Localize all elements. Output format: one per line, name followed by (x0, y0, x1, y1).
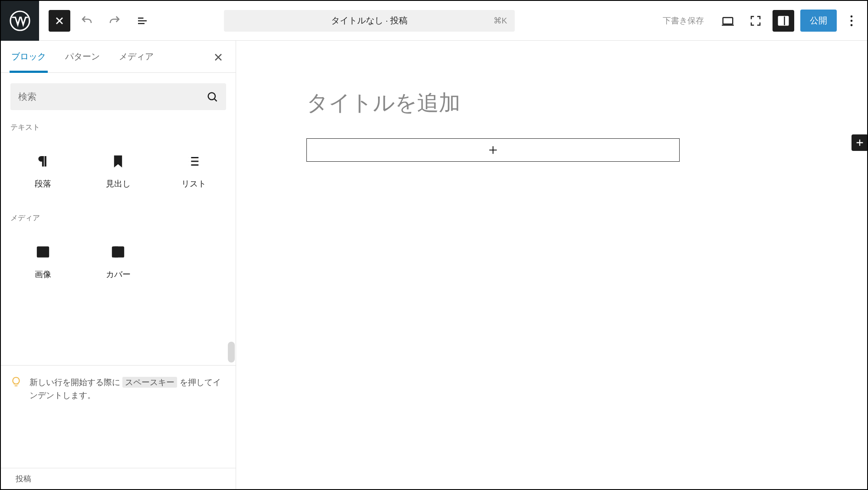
block-heading[interactable]: 見出し (81, 144, 156, 200)
plus-icon (855, 138, 865, 147)
inserter-tabs: ブロック パターン メディア (1, 41, 236, 73)
image-icon (36, 245, 50, 259)
tab-blocks[interactable]: ブロック (10, 40, 48, 73)
options-button[interactable] (843, 15, 860, 26)
fullscreen-button[interactable] (745, 10, 766, 32)
close-inserter-button[interactable] (210, 49, 227, 66)
blocks-text-grid: 段落 見出し リスト (1, 135, 236, 209)
inserter-tip: 新しい行を開始する際に スペースキー を押してインデントします。 (1, 366, 236, 413)
more-vertical-icon (850, 15, 853, 26)
wordpress-logo[interactable] (1, 1, 39, 41)
redo-button[interactable] (103, 10, 126, 32)
toggle-inserter-button[interactable] (49, 10, 70, 32)
bookmark-icon (111, 154, 125, 169)
block-image[interactable]: 画像 (5, 234, 81, 291)
block-label: カバー (106, 269, 131, 280)
add-block-appender[interactable] (306, 138, 680, 162)
tab-media[interactable]: メディア (117, 40, 155, 73)
sidebar-icon (777, 14, 790, 27)
document-overview-button[interactable] (131, 10, 154, 32)
tip-kbd: スペースキー (122, 377, 177, 388)
block-label: 見出し (106, 178, 131, 189)
block-label: リスト (181, 178, 206, 189)
post-title-input[interactable]: タイトルを追加 (306, 88, 867, 118)
block-search[interactable] (10, 83, 226, 110)
device-icon (721, 14, 734, 27)
scrollbar-thumb[interactable] (228, 342, 235, 363)
section-text-label: テキスト (1, 118, 236, 135)
svg-rect-9 (115, 247, 118, 257)
floating-add-button[interactable] (852, 134, 868, 151)
command-shortcut: ⌘K (493, 16, 507, 26)
close-icon (213, 52, 224, 62)
top-toolbar: タイトルなし · 投稿 ⌘K 下書き保存 公開 (1, 1, 867, 41)
list-icon (186, 154, 201, 169)
list-view-icon (136, 14, 149, 27)
tab-patterns[interactable]: パターン (63, 40, 102, 73)
wordpress-icon (10, 10, 30, 31)
redo-icon (108, 14, 121, 27)
block-inserter-panel: ブロック パターン メディア テキスト 段落 (1, 41, 236, 489)
settings-sidebar-button[interactable] (773, 10, 794, 32)
document-title: タイトルなし · 投稿 (331, 15, 408, 26)
preview-button[interactable] (717, 10, 739, 32)
main-area: ブロック パターン メディア テキスト 段落 (1, 41, 867, 489)
editor-canvas: タイトルを追加 (236, 41, 867, 489)
undo-icon (80, 14, 93, 27)
blocks-media-grid: 画像 カバー (1, 225, 236, 299)
expand-icon (749, 14, 762, 27)
block-cover[interactable]: カバー (81, 234, 156, 291)
search-icon (206, 91, 218, 103)
document-bar[interactable]: タイトルなし · 投稿 ⌘K (224, 10, 515, 32)
block-paragraph[interactable]: 段落 (5, 144, 81, 200)
svg-point-6 (208, 93, 215, 100)
svg-point-4 (851, 20, 853, 22)
save-draft-button[interactable]: 下書き保存 (656, 11, 711, 31)
post-type-footer: 投稿 (1, 468, 236, 489)
svg-point-0 (10, 11, 30, 30)
block-label: 段落 (35, 178, 51, 189)
search-input[interactable] (18, 91, 206, 102)
cover-icon (111, 245, 125, 259)
svg-rect-2 (779, 16, 789, 25)
publish-button[interactable]: 公開 (800, 10, 837, 32)
svg-rect-1 (723, 17, 733, 24)
close-icon (53, 15, 66, 27)
undo-button[interactable] (76, 10, 98, 32)
tip-text: 新しい行を開始する際に スペースキー を押してインデントします。 (30, 376, 226, 402)
paragraph-icon (36, 154, 50, 169)
plus-icon (487, 144, 499, 156)
svg-point-3 (851, 15, 853, 17)
block-list[interactable]: リスト (156, 144, 231, 200)
section-media-label: メディア (1, 209, 236, 225)
block-label: 画像 (35, 269, 51, 280)
lightbulb-icon (10, 376, 22, 387)
topbar-right: 下書き保存 公開 (656, 10, 860, 32)
svg-point-5 (851, 24, 853, 26)
inserter-body: テキスト 段落 見出し リスト メディア (1, 73, 236, 489)
